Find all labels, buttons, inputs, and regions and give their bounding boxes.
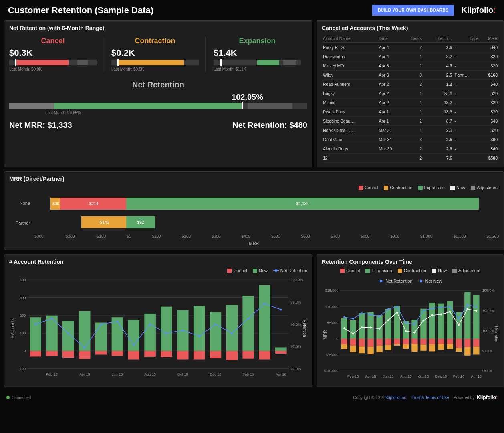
svg-rect-43	[194, 351, 205, 359]
table-header[interactable]: Account Name	[322, 34, 378, 43]
contraction-value: $0.2K	[111, 48, 199, 58]
table-row[interactable]: Goof GlueMar 3132.5-$60	[322, 135, 499, 144]
header: Customer Retention (Sample Data) BUILD Y…	[0, 0, 504, 20]
table-row[interactable]: Road RunnersApr 221.2-$40	[322, 80, 499, 89]
mrr-chart-area: -$214-$30$1,136-$145$92	[33, 193, 499, 233]
table-header[interactable]: Date	[378, 34, 402, 43]
brand-logo: Klipfolio:	[461, 6, 496, 15]
net-retention-panel: Net Retention (with 6-Month Range) Cance…	[4, 20, 312, 167]
svg-text:97.5%: 97.5%	[482, 349, 493, 353]
build-dashboard-button[interactable]: BUILD YOUR OWN DASHBOARDS	[372, 5, 454, 16]
svg-rect-52	[259, 285, 270, 351]
footer-brand-logo: Klipfolio:	[477, 395, 498, 400]
svg-text:102.5%: 102.5%	[482, 309, 495, 313]
svg-rect-34	[144, 314, 156, 351]
svg-rect-124	[420, 339, 426, 344]
svg-rect-47	[226, 305, 238, 351]
mrr-segment: -$145	[81, 216, 126, 228]
svg-text:Apr 16: Apr 16	[276, 372, 286, 376]
svg-text:97.8%: 97.8%	[291, 344, 301, 348]
terms-link[interactable]: Trust & Terms of Use	[411, 395, 449, 400]
company-link[interactable]: Klipfolio Inc.	[385, 395, 407, 400]
svg-rect-109	[385, 309, 391, 339]
svg-rect-103	[367, 339, 373, 347]
table-row[interactable]: Pete's PansApr 1113.3-$20	[322, 107, 499, 117]
svg-rect-100	[359, 339, 365, 346]
svg-rect-30	[112, 351, 123, 356]
connection-status: Connected	[6, 395, 31, 400]
mrr-segment: -$30	[50, 198, 60, 210]
table-row[interactable]: Sleeping Beau…Apr 128.7-$40	[322, 117, 499, 126]
table-row[interactable]: Porky P.I.G.Apr 422.5-$40	[322, 43, 499, 52]
svg-rect-17	[30, 317, 41, 351]
table-row[interactable]: MinnieApr 2118.2-$20	[322, 98, 499, 107]
panel-title: Cancelled Accounts (This Week)	[322, 25, 499, 31]
svg-text:400: 400	[20, 278, 26, 282]
svg-text:Jun 15: Jun 15	[383, 374, 394, 378]
contraction-metric: Contraction $0.2K Last Month: $0.5K	[111, 37, 206, 71]
table-row[interactable]: BugsyApr 2123.6-$20	[322, 89, 499, 98]
net-retention-pct: 102.05%	[9, 93, 307, 102]
contraction-label: Contraction	[111, 37, 199, 45]
svg-text:100.0%: 100.0%	[482, 329, 495, 333]
table-header[interactable]: Seats	[402, 34, 423, 43]
svg-text:98.5%: 98.5%	[291, 322, 301, 326]
table-row[interactable]: Aladdin RugsMar 3022.3-$40	[322, 144, 499, 154]
cancel-value: $0.3K	[9, 48, 97, 58]
svg-text:Apr 16: Apr 16	[471, 374, 482, 378]
svg-rect-121	[411, 339, 417, 344]
svg-rect-122	[411, 344, 417, 352]
rc-legend: Cancel Expansion Contraction New Adjustm…	[322, 268, 499, 283]
mrr-xlabel: MRR	[9, 241, 499, 246]
svg-rect-139	[456, 348, 462, 352]
cancelled-accounts-panel: Cancelled Accounts (This Week) Account N…	[317, 20, 504, 167]
table-header[interactable]: Type	[453, 34, 480, 43]
svg-rect-54	[275, 347, 287, 351]
table-header[interactable]: Lifetim…	[423, 34, 453, 43]
net-last-month: Last Month: 99.85%	[9, 111, 307, 115]
svg-rect-44	[210, 312, 222, 351]
svg-text:$-5,000: $-5,000	[326, 353, 339, 357]
svg-rect-33	[128, 351, 139, 359]
svg-text:MRR: MRR	[323, 330, 327, 340]
svg-rect-23	[62, 351, 74, 358]
net-retention-text: Net Retention: $480	[232, 121, 307, 130]
ar-legend: Cancel New Net Retention	[9, 268, 307, 273]
table-header[interactable]: MRR	[480, 34, 499, 43]
svg-rect-40	[177, 351, 189, 359]
table-row[interactable]: Hook's Small C…Mar 3112.1-$20	[322, 126, 499, 135]
svg-rect-20	[46, 351, 58, 356]
svg-text:100: 100	[20, 331, 26, 335]
svg-text:$15,000: $15,000	[325, 289, 339, 293]
panel-title: Net Retention (with 6-Month Range)	[9, 25, 307, 31]
svg-rect-136	[447, 344, 453, 349]
svg-text:100.0%: 100.0%	[291, 278, 303, 282]
table-row[interactable]: WileyApr 382.5Partn…$160	[322, 71, 499, 80]
expansion-label: Expansion	[214, 37, 301, 45]
status-dot-icon	[6, 396, 10, 399]
svg-rect-144	[473, 295, 479, 339]
svg-rect-108	[376, 346, 382, 352]
svg-rect-104	[367, 347, 373, 354]
svg-rect-114	[394, 339, 400, 344]
svg-text:0: 0	[24, 349, 26, 353]
svg-rect-35	[144, 351, 156, 357]
svg-rect-125	[420, 345, 426, 351]
table-row[interactable]: Mickey MOApr 314.3-$20	[322, 61, 499, 71]
svg-text:Aug 15: Aug 15	[144, 372, 156, 376]
table-totals-row: 1227.6$500	[322, 154, 499, 163]
svg-rect-18	[30, 351, 41, 356]
cancel-label: Cancel	[9, 37, 97, 45]
svg-rect-145	[473, 339, 479, 347]
panel-title: Retention Components Over Time	[322, 259, 499, 265]
footer-right: Copyright © 2016 Klipfolio Inc. Trust & …	[353, 395, 498, 400]
svg-rect-32	[128, 320, 139, 351]
svg-rect-24	[79, 311, 91, 351]
contraction-range-bar	[111, 60, 199, 65]
net-mrr-text: Net MRR: $1,333	[9, 121, 72, 130]
table-row[interactable]: DuckworthsApr 418.2-$20	[322, 52, 499, 61]
svg-text:Oct 15: Oct 15	[418, 374, 429, 378]
svg-rect-117	[403, 339, 409, 344]
svg-rect-25	[79, 351, 91, 359]
svg-rect-141	[464, 292, 470, 339]
